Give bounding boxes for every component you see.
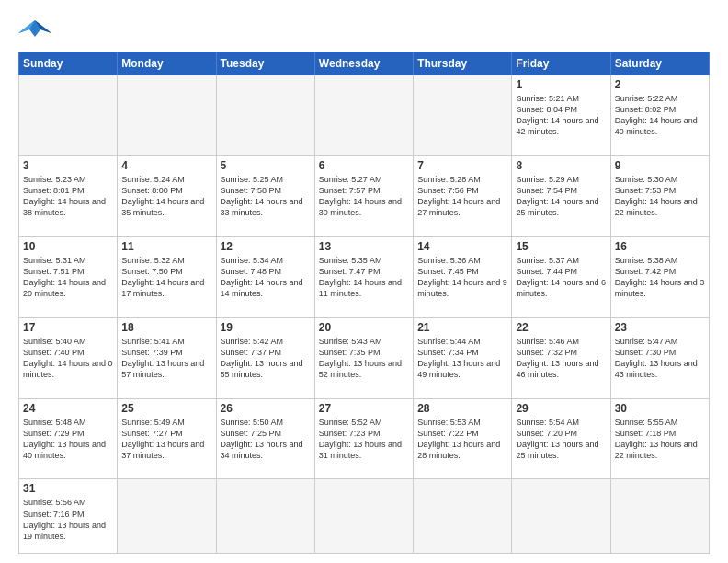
day-info: Sunrise: 5:47 AM Sunset: 7:30 PM Dayligh… [615,336,705,381]
calendar-cell: 11Sunrise: 5:32 AM Sunset: 7:50 PM Dayli… [118,236,216,317]
calendar-cell: 21Sunrise: 5:44 AM Sunset: 7:34 PM Dayli… [414,317,512,398]
day-number: 24 [23,402,113,415]
calendar-cell: 8Sunrise: 5:29 AM Sunset: 7:54 PM Daylig… [512,155,610,236]
calendar-cell [216,479,314,554]
calendar-cell: 24Sunrise: 5:48 AM Sunset: 7:29 PM Dayli… [19,398,118,479]
weekday-header-thursday: Thursday [414,52,512,75]
svg-marker-0 [18,20,51,37]
calendar-cell: 29Sunrise: 5:54 AM Sunset: 7:20 PM Dayli… [512,398,610,479]
calendar-cell: 19Sunrise: 5:42 AM Sunset: 7:37 PM Dayli… [216,317,314,398]
day-number: 5 [221,159,311,172]
weekday-header-tuesday: Tuesday [216,52,314,75]
calendar-cell: 16Sunrise: 5:38 AM Sunset: 7:42 PM Dayli… [610,236,709,317]
day-info: Sunrise: 5:43 AM Sunset: 7:35 PM Dayligh… [319,336,409,381]
day-info: Sunrise: 5:35 AM Sunset: 7:47 PM Dayligh… [319,255,409,300]
day-info: Sunrise: 5:36 AM Sunset: 7:45 PM Dayligh… [417,255,507,300]
day-info: Sunrise: 5:49 AM Sunset: 7:27 PM Dayligh… [121,417,211,462]
day-number: 30 [615,402,705,415]
calendar-cell: 4Sunrise: 5:24 AM Sunset: 8:00 PM Daylig… [118,155,216,236]
day-info: Sunrise: 5:48 AM Sunset: 7:29 PM Dayligh… [23,417,113,462]
calendar-cell: 2Sunrise: 5:22 AM Sunset: 8:02 PM Daylig… [610,75,709,156]
calendar-cell [118,75,216,156]
day-info: Sunrise: 5:29 AM Sunset: 7:54 PM Dayligh… [516,174,606,219]
day-number: 26 [221,402,311,415]
day-info: Sunrise: 5:41 AM Sunset: 7:39 PM Dayligh… [121,336,211,381]
calendar-cell [512,479,610,554]
calendar-cell: 23Sunrise: 5:47 AM Sunset: 7:30 PM Dayli… [610,317,709,398]
calendar-cell [414,75,512,156]
calendar-cell: 15Sunrise: 5:37 AM Sunset: 7:44 PM Dayli… [512,236,610,317]
day-number: 17 [23,321,113,334]
week-row-3: 17Sunrise: 5:40 AM Sunset: 7:40 PM Dayli… [19,317,710,398]
day-info: Sunrise: 5:46 AM Sunset: 7:32 PM Dayligh… [516,336,606,381]
calendar-cell [118,479,216,554]
page: SundayMondayTuesdayWednesdayThursdayFrid… [0,0,728,563]
calendar-cell [314,75,413,156]
calendar-cell [610,479,709,554]
calendar-cell [314,479,413,554]
day-info: Sunrise: 5:50 AM Sunset: 7:25 PM Dayligh… [221,417,311,462]
calendar-cell: 31Sunrise: 5:56 AM Sunset: 7:16 PM Dayli… [19,479,118,554]
calendar-cell: 20Sunrise: 5:43 AM Sunset: 7:35 PM Dayli… [314,317,413,398]
week-row-0: 1Sunrise: 5:21 AM Sunset: 8:04 PM Daylig… [19,75,710,156]
week-row-2: 10Sunrise: 5:31 AM Sunset: 7:51 PM Dayli… [19,236,710,317]
day-info: Sunrise: 5:24 AM Sunset: 8:00 PM Dayligh… [121,174,211,219]
calendar-cell: 14Sunrise: 5:36 AM Sunset: 7:45 PM Dayli… [414,236,512,317]
day-number: 31 [23,482,113,495]
day-info: Sunrise: 5:54 AM Sunset: 7:20 PM Dayligh… [516,417,606,462]
day-info: Sunrise: 5:37 AM Sunset: 7:44 PM Dayligh… [516,255,606,300]
day-info: Sunrise: 5:27 AM Sunset: 7:57 PM Dayligh… [319,174,409,219]
calendar-cell: 12Sunrise: 5:34 AM Sunset: 7:48 PM Dayli… [216,236,314,317]
logo-icon [18,17,51,44]
calendar-cell: 30Sunrise: 5:55 AM Sunset: 7:18 PM Dayli… [610,398,709,479]
day-number: 10 [23,240,113,253]
calendar-cell [414,479,512,554]
header [18,17,710,44]
day-number: 9 [615,159,705,172]
calendar-cell: 28Sunrise: 5:53 AM Sunset: 7:22 PM Dayli… [414,398,512,479]
day-number: 8 [516,159,606,172]
day-info: Sunrise: 5:32 AM Sunset: 7:50 PM Dayligh… [121,255,211,300]
weekday-header-wednesday: Wednesday [314,52,413,75]
weekday-header-sunday: Sunday [19,52,118,75]
day-number: 23 [615,321,705,334]
day-number: 27 [319,402,409,415]
day-number: 15 [516,240,606,253]
calendar-cell: 22Sunrise: 5:46 AM Sunset: 7:32 PM Dayli… [512,317,610,398]
day-info: Sunrise: 5:34 AM Sunset: 7:48 PM Dayligh… [221,255,311,300]
calendar-cell: 25Sunrise: 5:49 AM Sunset: 7:27 PM Dayli… [118,398,216,479]
calendar-cell: 13Sunrise: 5:35 AM Sunset: 7:47 PM Dayli… [314,236,413,317]
day-info: Sunrise: 5:21 AM Sunset: 8:04 PM Dayligh… [516,93,606,138]
calendar-cell: 9Sunrise: 5:30 AM Sunset: 7:53 PM Daylig… [610,155,709,236]
day-number: 21 [417,321,507,334]
week-row-5: 31Sunrise: 5:56 AM Sunset: 7:16 PM Dayli… [19,479,710,554]
day-number: 22 [516,321,606,334]
day-number: 19 [221,321,311,334]
day-info: Sunrise: 5:38 AM Sunset: 7:42 PM Dayligh… [615,255,705,300]
week-row-1: 3Sunrise: 5:23 AM Sunset: 8:01 PM Daylig… [19,155,710,236]
calendar-cell [19,75,118,156]
calendar-cell: 7Sunrise: 5:28 AM Sunset: 7:56 PM Daylig… [414,155,512,236]
calendar-cell: 1Sunrise: 5:21 AM Sunset: 8:04 PM Daylig… [512,75,610,156]
calendar-cell: 18Sunrise: 5:41 AM Sunset: 7:39 PM Dayli… [118,317,216,398]
day-number: 4 [121,159,211,172]
week-row-4: 24Sunrise: 5:48 AM Sunset: 7:29 PM Dayli… [19,398,710,479]
calendar-cell: 17Sunrise: 5:40 AM Sunset: 7:40 PM Dayli… [19,317,118,398]
logo [18,17,55,44]
day-info: Sunrise: 5:44 AM Sunset: 7:34 PM Dayligh… [417,336,507,381]
day-number: 16 [615,240,705,253]
day-number: 2 [615,78,705,91]
calendar-cell: 10Sunrise: 5:31 AM Sunset: 7:51 PM Dayli… [19,236,118,317]
calendar-cell: 26Sunrise: 5:50 AM Sunset: 7:25 PM Dayli… [216,398,314,479]
day-number: 20 [319,321,409,334]
day-info: Sunrise: 5:42 AM Sunset: 7:37 PM Dayligh… [221,336,311,381]
calendar-cell: 5Sunrise: 5:25 AM Sunset: 7:58 PM Daylig… [216,155,314,236]
day-info: Sunrise: 5:56 AM Sunset: 7:16 PM Dayligh… [23,497,113,542]
day-info: Sunrise: 5:28 AM Sunset: 7:56 PM Dayligh… [417,174,507,219]
day-number: 14 [417,240,507,253]
day-number: 11 [121,240,211,253]
day-info: Sunrise: 5:40 AM Sunset: 7:40 PM Dayligh… [23,336,113,381]
day-number: 3 [23,159,113,172]
calendar: SundayMondayTuesdayWednesdayThursdayFrid… [18,52,710,554]
day-number: 1 [516,78,606,91]
